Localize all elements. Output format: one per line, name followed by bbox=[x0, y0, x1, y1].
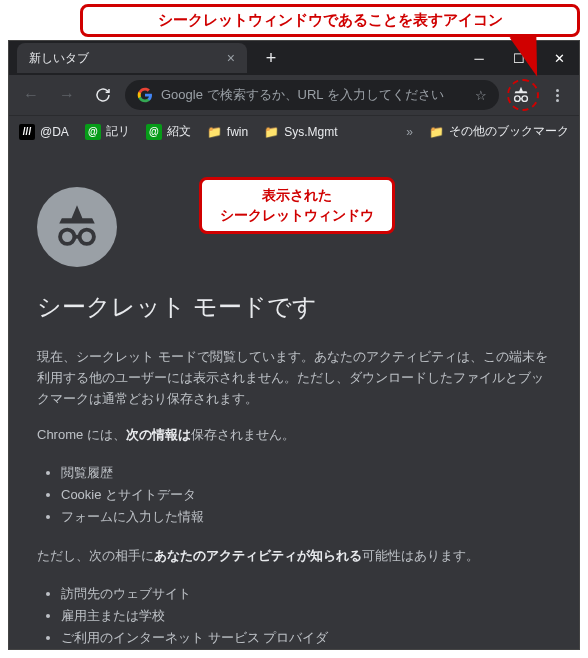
favicon-icon: /// bbox=[19, 124, 35, 140]
folder-icon: 📁 bbox=[207, 125, 222, 139]
bookmark-label: @DA bbox=[40, 125, 69, 139]
bookmark-label: 記リ bbox=[106, 123, 130, 140]
google-icon bbox=[137, 87, 153, 103]
forward-button[interactable]: → bbox=[53, 81, 81, 109]
svg-point-1 bbox=[522, 96, 528, 102]
annotation-line: シークレットウィンドウ bbox=[220, 206, 374, 226]
not-saved-list: 閲覧履歴 Cookie とサイトデータ フォームに入力した情報 bbox=[37, 462, 551, 528]
bookmark-label: Sys.Mgmt bbox=[284, 125, 337, 139]
list-item: ご利用のインターネット サービス プロバイダ bbox=[61, 627, 551, 649]
bookmark-label: fwin bbox=[227, 125, 248, 139]
toolbar: ← → Google で検索するか、URL を入力してください ☆ bbox=[9, 75, 579, 115]
other-bookmarks-folder[interactable]: 📁 その他のブックマーク bbox=[429, 123, 569, 140]
list-item: 雇用主または学校 bbox=[61, 605, 551, 627]
bookmark-star-icon[interactable]: ☆ bbox=[475, 88, 487, 103]
visible-to-heading: ただし、次の相手にあなたのアクティビティが知られる可能性はあります。 bbox=[37, 546, 551, 567]
favicon-icon: @ bbox=[146, 124, 162, 140]
back-button[interactable]: ← bbox=[17, 81, 45, 109]
incognito-indicator-icon[interactable] bbox=[507, 81, 535, 109]
favicon-icon: @ bbox=[85, 124, 101, 140]
not-saved-heading: Chrome には、次の情報は保存されません。 bbox=[37, 425, 551, 446]
bookmarks-bar: /// @DA @ 記リ @ 紹文 📁 fwin 📁 Sys.Mgmt » 📁 … bbox=[9, 115, 579, 147]
folder-icon: 📁 bbox=[429, 125, 444, 139]
address-bar[interactable]: Google で検索するか、URL を入力してください ☆ bbox=[125, 80, 499, 110]
new-tab-button[interactable]: + bbox=[259, 48, 283, 69]
bookmark-folder[interactable]: 📁 fwin bbox=[207, 125, 248, 139]
bookmark-item[interactable]: @ 記リ bbox=[85, 123, 130, 140]
list-item: 訪問先のウェブサイト bbox=[61, 583, 551, 605]
incognito-hero-icon bbox=[37, 187, 117, 267]
intro-paragraph: 現在、シークレット モードで閲覧しています。あなたのアクティビティは、この端末を… bbox=[37, 347, 551, 409]
svg-point-3 bbox=[80, 230, 94, 244]
bookmark-label: 紹文 bbox=[167, 123, 191, 140]
bookmark-item[interactable]: @ 紹文 bbox=[146, 123, 191, 140]
bookmark-item[interactable]: /// @DA bbox=[19, 124, 69, 140]
minimize-button[interactable]: ─ bbox=[459, 41, 499, 75]
bookmark-folder[interactable]: 📁 Sys.Mgmt bbox=[264, 125, 337, 139]
tab-title: 新しいタブ bbox=[29, 50, 89, 67]
annotation-callout-mid: 表示された シークレットウィンドウ bbox=[199, 177, 395, 234]
list-item: Cookie とサイトデータ bbox=[61, 484, 551, 506]
bookmarks-overflow-chevron-icon[interactable]: » bbox=[406, 125, 413, 139]
annotation-line: 表示された bbox=[220, 186, 374, 206]
list-item: フォームに入力した情報 bbox=[61, 506, 551, 528]
list-item: 閲覧履歴 bbox=[61, 462, 551, 484]
tab-strip: 新しいタブ × + ─ ☐ ✕ bbox=[9, 41, 579, 75]
page-content: 表示された シークレットウィンドウ シークレット モードです 現在、シークレット… bbox=[9, 147, 579, 649]
svg-point-2 bbox=[60, 230, 74, 244]
menu-button[interactable] bbox=[543, 81, 571, 109]
address-bar-placeholder: Google で検索するか、URL を入力してください bbox=[161, 86, 467, 104]
tab-close-icon[interactable]: × bbox=[227, 50, 235, 66]
tab-active[interactable]: 新しいタブ × bbox=[17, 43, 247, 73]
reload-button[interactable] bbox=[89, 81, 117, 109]
annotation-callout-top: シークレットウィンドウであることを表すアイコン bbox=[80, 4, 580, 37]
browser-window: 新しいタブ × + ─ ☐ ✕ ← → Google で検索するか、URL を入… bbox=[8, 40, 580, 650]
svg-point-0 bbox=[515, 96, 521, 102]
page-heading: シークレット モードです bbox=[37, 291, 551, 323]
folder-icon: 📁 bbox=[264, 125, 279, 139]
other-bookmarks-label: その他のブックマーク bbox=[449, 123, 569, 140]
visible-to-list: 訪問先のウェブサイト 雇用主または学校 ご利用のインターネット サービス プロバ… bbox=[37, 583, 551, 649]
